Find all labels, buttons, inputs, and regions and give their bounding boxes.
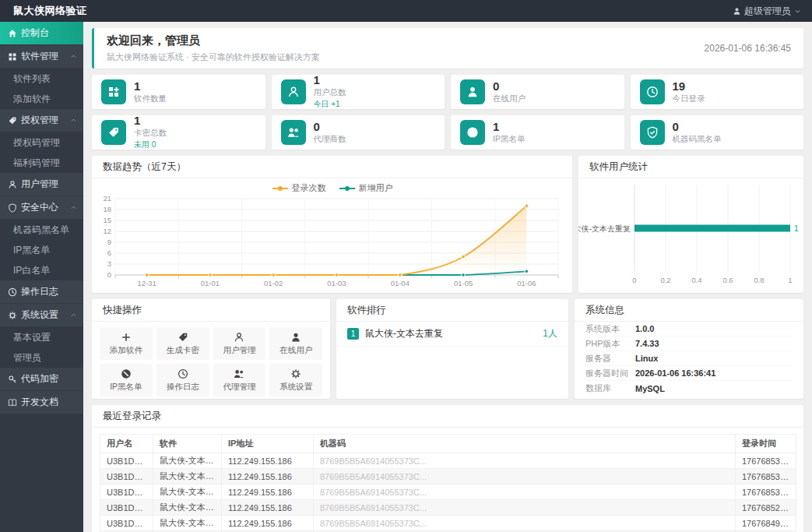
legend-item[interactable]: 新增用户 bbox=[339, 182, 393, 194]
quick-action-add-software[interactable]: 添加软件 bbox=[100, 327, 153, 360]
login-time: 1767685337 bbox=[736, 484, 796, 500]
stat-icon-wrap bbox=[460, 79, 485, 104]
login-username: U3B1D1CB8D7 bbox=[100, 500, 153, 516]
sidebar-item-label: 添加软件 bbox=[13, 93, 51, 106]
quick-action-label: 操作日志 bbox=[167, 382, 199, 393]
stat-value: 0 bbox=[493, 80, 526, 92]
sidebar-item-ip-blacklist[interactable]: IP黑名单 bbox=[0, 240, 83, 260]
user-name: 超级管理员 bbox=[744, 5, 791, 18]
sidebar-item-ip-whitelist[interactable]: IP白名单 bbox=[0, 260, 83, 280]
login-table-header: 登录时间 bbox=[736, 435, 796, 453]
topbar: 鼠大侠网络验证 超级管理员 bbox=[0, 0, 812, 22]
rank-badge: 1 bbox=[347, 328, 359, 340]
login-software: 鼠大侠-文本去重复 bbox=[153, 469, 222, 484]
user-icon bbox=[234, 332, 244, 343]
sidebar: 控制台软件管理软件列表添加软件授权管理授权码管理福利码管理用户管理安全中心机器码… bbox=[0, 22, 83, 532]
sidebar-item-administrator[interactable]: 管理员 bbox=[0, 347, 83, 368]
svg-text:鼠大侠-文本去重复: 鼠大侠-文本去重复 bbox=[578, 224, 631, 233]
sidebar-item-software-list[interactable]: 软件列表 bbox=[0, 69, 83, 89]
login-ip: 112.249.155.186 bbox=[222, 516, 314, 531]
stat-card-total-users: 1用户总数今日 +1 bbox=[272, 75, 445, 109]
svg-text:0: 0 bbox=[632, 276, 636, 284]
stat-icon-wrap bbox=[281, 120, 306, 145]
sidebar-item-add-software[interactable]: 添加软件 bbox=[0, 89, 83, 109]
sidebar-item-welfare-code-management[interactable]: 福利码管理 bbox=[0, 153, 83, 173]
sidebar-item-license-management[interactable]: 授权管理 bbox=[0, 109, 83, 132]
stat-label: 卡密总数 bbox=[134, 128, 167, 139]
sidebar-item-label: 操作日志 bbox=[21, 285, 58, 298]
sidebar-item-console[interactable]: 控制台 bbox=[0, 22, 83, 45]
quick-action-label: 系统设置 bbox=[279, 382, 312, 393]
svg-text:01-03: 01-03 bbox=[327, 279, 346, 287]
stat-label: 软件数量 bbox=[134, 93, 167, 104]
stat-card-card-total: 1卡密总数未用 0 bbox=[92, 115, 265, 150]
stat-value: 1 bbox=[134, 115, 167, 126]
stat-card-machine-blacklist: 0机器码黑名单 bbox=[631, 115, 804, 150]
sidebar-item-label: 软件管理 bbox=[21, 50, 58, 63]
svg-text:01-01: 01-01 bbox=[201, 279, 220, 287]
software-user-chart-svg: 00.20.40.60.81鼠大侠-文本去重复1 bbox=[578, 178, 803, 292]
quick-action-user-management[interactable]: 用户管理 bbox=[213, 327, 266, 360]
svg-text:0.2: 0.2 bbox=[660, 276, 670, 284]
quick-action-agent-management[interactable]: 代理管理 bbox=[213, 364, 266, 396]
trend-chart-title: 数据趋势（近7天） bbox=[92, 156, 572, 178]
svg-text:21: 21 bbox=[103, 194, 111, 203]
quick-actions-title: 快捷操作 bbox=[92, 299, 330, 322]
quick-action-ip-blacklist[interactable]: IP黑名单 bbox=[100, 364, 153, 396]
sidebar-item-dev-docs[interactable]: 开发文档 bbox=[0, 391, 83, 414]
system-info-row: 服务器时间2026-01-06 16:36:41 bbox=[585, 366, 793, 381]
svg-text:0.6: 0.6 bbox=[722, 276, 733, 284]
svg-text:12-31: 12-31 bbox=[137, 279, 156, 287]
sidebar-item-machine-code-blacklist[interactable]: 机器码黑名单 bbox=[0, 220, 83, 240]
system-info-title: 系统信息 bbox=[575, 299, 803, 322]
home-icon bbox=[8, 29, 17, 38]
system-info-row: 服务器Linux bbox=[585, 351, 793, 366]
login-table-header: 机器码 bbox=[314, 435, 736, 453]
sidebar-item-user-management[interactable]: 用户管理 bbox=[0, 173, 83, 196]
login-table-header: 用户名 bbox=[100, 435, 153, 453]
stat-sub: 今日 +1 bbox=[314, 99, 346, 110]
sidebar-item-basic-settings[interactable]: 基本设置 bbox=[0, 327, 83, 347]
software-ranking-list: 1鼠大侠-文本去重复1人 bbox=[336, 322, 568, 347]
quick-action-operation-log[interactable]: 操作日志 bbox=[156, 364, 209, 396]
legend-label: 新增用户 bbox=[359, 182, 393, 194]
software-ranking-title: 软件排行 bbox=[336, 299, 568, 322]
sidebar-item-label: IP白名单 bbox=[13, 264, 50, 277]
clock-icon bbox=[178, 368, 188, 379]
system-info-value: MySQL bbox=[635, 384, 665, 393]
sidebar-item-security-center[interactable]: 安全中心 bbox=[0, 196, 83, 220]
ban-icon bbox=[121, 368, 132, 379]
quick-action-online-users[interactable]: 在线用户 bbox=[269, 327, 322, 360]
app-logo: 鼠大侠网络验证 bbox=[13, 4, 87, 18]
sidebar-item-system-settings[interactable]: 系统设置 bbox=[0, 304, 83, 327]
book-icon bbox=[8, 398, 17, 407]
sidebar-item-label: IP黑名单 bbox=[13, 244, 50, 257]
software-user-chart-body: 00.20.40.60.81鼠大侠-文本去重复1 bbox=[578, 178, 803, 292]
stat-value: 1 bbox=[493, 121, 525, 132]
system-info-value: 7.4.33 bbox=[635, 339, 659, 348]
sidebar-item-license-code-management[interactable]: 授权码管理 bbox=[0, 132, 83, 153]
legend-label: 登录次数 bbox=[292, 182, 326, 194]
login-software: 鼠大侠-文本去重复 bbox=[153, 453, 222, 469]
login-time: 1767685350 bbox=[736, 469, 796, 484]
user-menu[interactable]: 超级管理员 bbox=[733, 5, 801, 18]
key-icon bbox=[8, 375, 17, 384]
sidebar-item-operation-log[interactable]: 操作日志 bbox=[0, 280, 83, 304]
login-time: 1767684947 bbox=[736, 516, 796, 531]
system-info-card: 系统信息 系统版本1.0.0PHP版本7.4.33服务器Linux服务器时间20… bbox=[575, 299, 803, 399]
login-time: 1767685362 bbox=[736, 453, 796, 469]
tag-icon bbox=[178, 332, 188, 343]
legend-marker-icon bbox=[272, 185, 289, 192]
sidebar-item-software-management[interactable]: 软件管理 bbox=[0, 45, 83, 69]
quick-action-system-settings[interactable]: 系统设置 bbox=[269, 364, 322, 396]
legend-item[interactable]: 登录次数 bbox=[272, 182, 326, 194]
sidebar-item-label: 授权管理 bbox=[21, 114, 58, 127]
sidebar-item-code-encryption[interactable]: 代码加密 bbox=[0, 368, 83, 391]
quick-action-label: 在线用户 bbox=[279, 345, 312, 356]
mid-row: 快捷操作 添加软件生成卡密用户管理在线用户IP黑名单操作日志代理管理系统设置 软… bbox=[92, 299, 803, 399]
svg-text:0: 0 bbox=[107, 270, 111, 279]
sidebar-item-label: 代码加密 bbox=[21, 372, 58, 386]
gear-icon bbox=[290, 368, 301, 379]
chevron-up-icon bbox=[70, 312, 77, 319]
quick-action-generate-card[interactable]: 生成卡密 bbox=[156, 327, 209, 360]
